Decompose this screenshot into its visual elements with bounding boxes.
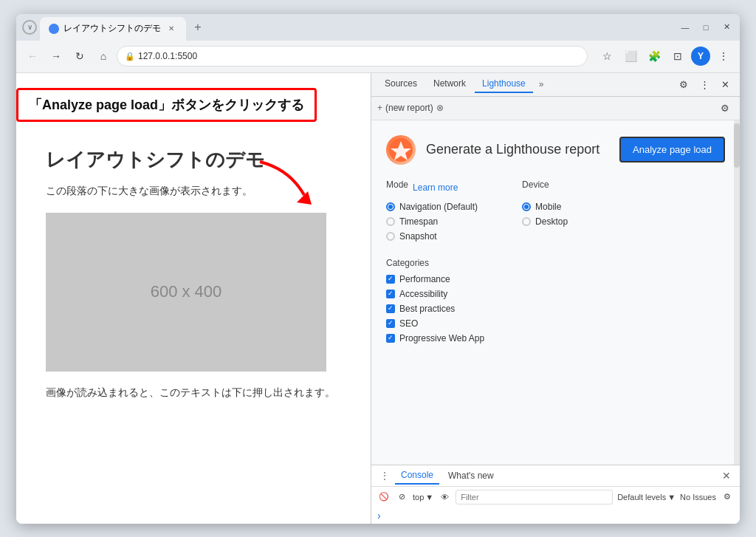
checkbox-best-practices-icon: ✓ — [386, 304, 395, 313]
lighthouse-header: Generate a Lighthouse report Analyze pag… — [386, 135, 725, 165]
devtools-panel: Sources Network Lighthouse » ⚙ ⋮ ✕ + (ne… — [371, 73, 740, 524]
home-button[interactable]: ⌂ — [93, 46, 114, 66]
address-bar[interactable]: 🔒 127.0.0.1:5500 — [117, 46, 588, 66]
tab-group-icon[interactable]: ∨ — [22, 20, 37, 35]
top-label: top — [413, 493, 424, 502]
tab-network[interactable]: Network — [426, 75, 473, 93]
lighthouse-bar: + (new report) ⊗ ⚙ — [371, 97, 740, 120]
mode-label-row: Mode Learn more — [386, 179, 478, 196]
devtools-icon[interactable]: ⊡ — [667, 46, 688, 66]
console-close-icon[interactable]: ✕ — [719, 468, 734, 483]
device-mobile[interactable]: Mobile — [522, 202, 568, 212]
radio-navigation-icon — [386, 202, 395, 211]
minimize-button[interactable]: — — [678, 20, 693, 35]
tab-lighthouse[interactable]: Lighthouse — [475, 75, 533, 93]
devtools-close-icon[interactable]: ✕ — [716, 75, 734, 93]
category-pwa-label: Progressive Web App — [399, 333, 484, 343]
device-label-row: Device — [522, 179, 568, 196]
console-issues-label: No Issues — [680, 493, 716, 502]
extension-icon[interactable]: 🧩 — [644, 46, 664, 66]
categories-label: Categories — [386, 258, 725, 268]
reload-button[interactable]: ↻ — [69, 46, 90, 66]
checkbox-seo-icon: ✓ — [386, 319, 395, 328]
radio-mobile-inner — [524, 205, 529, 209]
mode-navigation[interactable]: Navigation (Default) — [386, 202, 478, 212]
mode-device-section: Mode Learn more Navigation (Default) Tim… — [386, 179, 725, 246]
image-placeholder: 600 x 400 — [46, 213, 326, 372]
radio-inner-dot — [388, 205, 393, 209]
main-content: 「Analyze page load」ボタンをクリックする レイアウトシフトのデ… — [16, 73, 740, 524]
annotation-text: 「Analyze page load」ボタンをクリックする — [29, 98, 304, 112]
cancel-report-icon[interactable]: ⊗ — [436, 103, 444, 113]
maximize-button[interactable]: □ — [698, 20, 713, 35]
menu-icon[interactable]: ⋮ — [713, 46, 734, 66]
profile-icon[interactable]: Y — [691, 47, 710, 66]
category-performance[interactable]: ✓ Performance — [386, 274, 725, 284]
tab-sources[interactable]: Sources — [377, 75, 425, 93]
tab-area: ∨ レイアウトシフトのデモ ✕ + — [22, 14, 675, 41]
analyze-page-load-button[interactable]: Analyze page load — [619, 137, 725, 163]
category-accessibility[interactable]: ✓ Accessibility — [386, 289, 725, 299]
devtools-more-icon[interactable]: ⋮ — [695, 75, 713, 93]
generate-title: Generate a Lighthouse report — [426, 142, 609, 157]
category-seo[interactable]: ✓ SEO — [386, 318, 725, 329]
lighthouse-settings-icon[interactable]: ⚙ — [716, 99, 734, 117]
radio-snapshot-icon — [386, 232, 395, 241]
back-button[interactable]: ← — [22, 46, 43, 66]
forward-button[interactable]: → — [46, 46, 66, 66]
browser-window: ∨ レイアウトシフトのデモ ✕ + — □ ✕ ← → ↻ ⌂ 🔒 127.0.… — [16, 14, 740, 524]
tab-close-button[interactable]: ✕ — [165, 23, 177, 35]
default-levels-label: Default levels — [617, 493, 666, 502]
lighthouse-scrollbar[interactable] — [734, 120, 740, 465]
console-chevron-icon: › — [377, 510, 381, 521]
mode-navigation-label: Navigation (Default) — [399, 202, 478, 212]
nav-bar: ← → ↻ ⌂ 🔒 127.0.0.1:5500 ☆ ⬜ 🧩 ⊡ Y ⋮ — [16, 41, 740, 73]
new-tab-button[interactable]: + — [189, 18, 207, 36]
page-content: 「Analyze page load」ボタンをクリックする レイアウトシフトのデ… — [16, 73, 371, 524]
console-eye-icon[interactable]: 👁 — [438, 490, 451, 504]
learn-more-link[interactable]: Learn more — [413, 182, 458, 193]
lighthouse-logo-icon — [386, 135, 416, 165]
mode-snapshot[interactable]: Snapshot — [386, 231, 478, 242]
console-filter-input[interactable] — [456, 490, 613, 504]
category-seo-label: SEO — [399, 318, 418, 329]
bookmark-icon[interactable]: ☆ — [597, 46, 617, 66]
category-pwa[interactable]: ✓ Progressive Web App — [386, 333, 725, 343]
checkbox-pwa-icon: ✓ — [386, 334, 395, 343]
new-report-label: (new report) — [385, 103, 433, 113]
radio-desktop-icon — [522, 217, 531, 226]
add-report-icon[interactable]: + — [377, 103, 382, 113]
console-tab[interactable]: Console — [395, 467, 439, 485]
category-best-practices-label: Best practices — [399, 304, 455, 314]
arrow-container — [252, 154, 319, 209]
console-level-dropdown[interactable]: Default levels ▼ — [617, 493, 676, 502]
console-drag-handle[interactable]: ⋮ — [377, 468, 392, 484]
console-block-icon[interactable]: ⊘ — [395, 490, 408, 504]
lighthouse-content: Generate a Lighthouse report Analyze pag… — [371, 120, 740, 465]
tab-more-button[interactable]: » — [535, 76, 549, 92]
scrollbar-thumb[interactable] — [734, 123, 740, 168]
close-button[interactable]: ✕ — [719, 20, 734, 35]
screenshot-icon[interactable]: ⬜ — [620, 46, 641, 66]
category-performance-label: Performance — [399, 274, 450, 284]
devtools-actions: ⚙ ⋮ ✕ — [675, 75, 734, 93]
radio-mobile-icon — [522, 202, 531, 211]
checkbox-accessibility-icon: ✓ — [386, 290, 395, 298]
device-mobile-label: Mobile — [535, 202, 561, 212]
console-top-selector[interactable]: top ▼ — [413, 493, 433, 502]
mode-timespan[interactable]: Timespan — [386, 216, 478, 227]
console-settings-icon[interactable]: ⚙ — [721, 490, 734, 504]
devtools-settings-icon[interactable]: ⚙ — [675, 75, 693, 93]
title-bar: ∨ レイアウトシフトのデモ ✕ + — □ ✕ — [16, 14, 740, 41]
top-dropdown-icon: ▼ — [425, 493, 433, 502]
mode-column: Mode Learn more Navigation (Default) Tim… — [386, 179, 478, 246]
toolbar-icons: ☆ ⬜ 🧩 ⊡ Y ⋮ — [597, 46, 734, 66]
whatsnew-tab[interactable]: What's new — [442, 468, 500, 484]
image-size-label: 600 x 400 — [151, 282, 222, 301]
category-best-practices[interactable]: ✓ Best practices — [386, 304, 725, 314]
level-dropdown-icon: ▼ — [667, 493, 676, 502]
browser-tab[interactable]: レイアウトシフトのデモ ✕ — [40, 17, 186, 41]
console-clear-icon[interactable]: 🚫 — [377, 490, 391, 504]
console-chevron: › — [371, 507, 740, 524]
device-desktop[interactable]: Desktop — [522, 216, 568, 227]
